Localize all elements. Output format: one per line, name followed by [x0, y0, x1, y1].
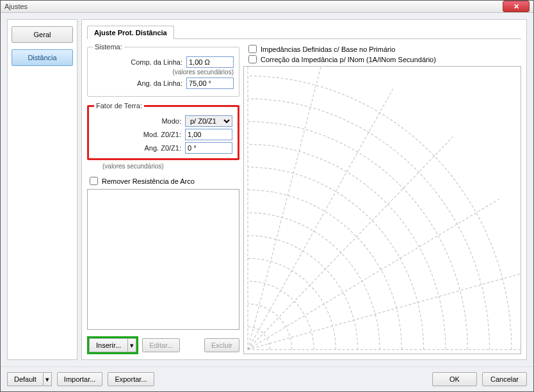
- sistema-group: Sistema: Comp. da Linha: (valores secund…: [87, 43, 239, 97]
- terra-modo-select[interactable]: p/ Z0/Z1: [185, 115, 232, 127]
- sidebar-item-distancia[interactable]: Distância: [12, 49, 73, 66]
- close-button[interactable]: ✕: [503, 1, 530, 12]
- inom-label: Correção da Impedância p/ INom (1A/INom …: [261, 56, 436, 63]
- ok-button[interactable]: OK: [432, 372, 477, 386]
- svg-line-5: [248, 67, 323, 350]
- sidebar-item-geral[interactable]: Geral: [12, 26, 73, 43]
- terra-legend: Fator de Terra:: [94, 102, 144, 110]
- comp-linha-input[interactable]: [186, 56, 234, 68]
- terra-ang-input[interactable]: [185, 142, 232, 154]
- inserir-button[interactable]: Inserir...: [89, 338, 127, 352]
- exportar-button[interactable]: Exportar...: [108, 372, 154, 386]
- terra-modo-label: Modo:: [94, 117, 181, 125]
- comp-linha-label: Comp. da Linha:: [93, 58, 182, 66]
- prim-label: Impedâncias Definidas c/ Base no Primári…: [261, 45, 395, 53]
- remover-arco-label: Remover Resistência de Arco: [102, 177, 195, 185]
- sistema-hint: (valores secundários): [93, 69, 234, 76]
- terra-mod-input[interactable]: [185, 129, 232, 140]
- importar-button[interactable]: Importar...: [57, 372, 103, 386]
- tab-protection[interactable]: Ajuste Prot. Distância: [87, 26, 174, 39]
- impedance-chart: [243, 66, 521, 354]
- terra-ang-label: Ang. Z0/Z1:: [94, 144, 181, 152]
- inom-checkbox[interactable]: [248, 55, 257, 63]
- svg-line-1: [248, 272, 521, 350]
- close-icon: ✕: [514, 3, 519, 10]
- chevron-down-icon: ▾: [45, 375, 49, 384]
- default-dropdown[interactable]: ▾: [43, 372, 52, 386]
- zone-list[interactable]: [87, 189, 239, 330]
- sistema-legend: Sistema:: [93, 43, 124, 51]
- prim-checkbox[interactable]: [248, 45, 257, 53]
- terra-hint: (valores secundários): [102, 163, 239, 170]
- terra-group: Fator de Terra: Modo: p/ Z0/Z1 Mod. Z0/Z…: [87, 102, 239, 160]
- inserir-dropdown[interactable]: ▾: [127, 338, 136, 352]
- sidebar: Geral Distância: [7, 19, 77, 360]
- editar-button[interactable]: Editar...: [142, 338, 180, 352]
- window-title: Ajustes: [4, 3, 503, 10]
- ang-linha-label: Ang. da Linha:: [93, 79, 182, 87]
- default-button[interactable]: Default: [7, 372, 43, 386]
- terra-mod-label: Mod. Z0/Z1:: [94, 131, 181, 138]
- chevron-down-icon: ▾: [130, 341, 134, 350]
- svg-line-3: [248, 136, 453, 349]
- remover-arco-checkbox[interactable]: [90, 177, 98, 185]
- cancelar-button[interactable]: Cancelar: [482, 372, 527, 386]
- ang-linha-input[interactable]: [186, 78, 234, 89]
- excluir-button[interactable]: Excluir: [204, 338, 239, 352]
